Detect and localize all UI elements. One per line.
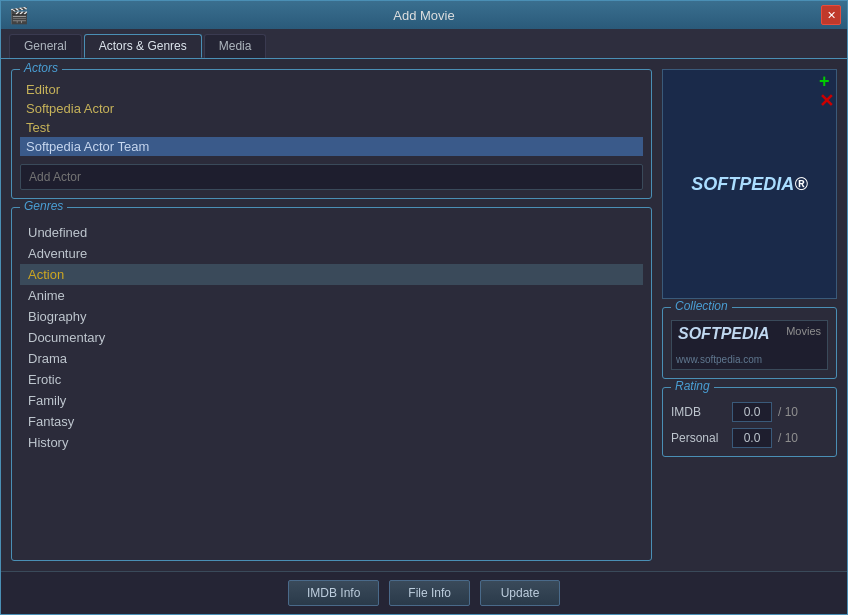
window-title: Add Movie — [393, 8, 454, 23]
actors-list: Editor Softpedia Actor Test Softpedia Ac… — [20, 80, 643, 156]
collection-name: SOFTPEDIA — [678, 325, 770, 342]
close-button[interactable]: ✕ — [821, 5, 841, 25]
actor-item[interactable]: Editor — [20, 80, 643, 99]
left-panel: Actors Editor Softpedia Actor Test Softp… — [11, 69, 652, 561]
personal-max: / 10 — [778, 431, 798, 445]
update-button[interactable]: Update — [480, 580, 560, 606]
tab-general[interactable]: General — [9, 34, 82, 58]
genre-item[interactable]: Family — [20, 390, 643, 411]
actors-section-label: Actors — [20, 61, 62, 75]
genres-scroll[interactable]: Undefined Adventure Action Anime Biograp… — [20, 222, 643, 552]
poster-buttons: + ✕ — [819, 72, 834, 110]
genre-item[interactable]: Biography — [20, 306, 643, 327]
app-icon: 🎬 — [9, 6, 29, 25]
add-poster-button[interactable]: + — [819, 72, 834, 90]
add-actor-input[interactable] — [20, 164, 643, 190]
content-area: Actors Editor Softpedia Actor Test Softp… — [1, 59, 847, 571]
imdb-max: / 10 — [778, 405, 798, 419]
genre-item[interactable]: Anime — [20, 285, 643, 306]
genre-item[interactable]: Drama — [20, 348, 643, 369]
collection-movies: Movies — [786, 325, 821, 337]
genre-item[interactable]: Erotic — [20, 369, 643, 390]
imdb-rating-row: IMDB / 10 — [671, 402, 828, 422]
genre-item[interactable]: Undefined — [20, 222, 643, 243]
genre-item-selected[interactable]: Action — [20, 264, 643, 285]
rating-section: Rating IMDB / 10 Personal / 10 — [662, 387, 837, 457]
imdb-label: IMDB — [671, 405, 726, 419]
collection-section-label: Collection — [671, 299, 732, 313]
title-bar: 🎬 Add Movie ✕ — [1, 1, 847, 29]
genres-list-container: Undefined Adventure Action Anime Biograp… — [20, 222, 643, 552]
right-panel: SOFTPEDIA® + ✕ Collection SOFTPEDIA Movi… — [662, 69, 837, 561]
actors-section: Actors Editor Softpedia Actor Test Softp… — [11, 69, 652, 199]
genre-item[interactable]: History — [20, 432, 643, 453]
personal-label: Personal — [671, 431, 726, 445]
tab-actors-genres[interactable]: Actors & Genres — [84, 34, 202, 58]
genres-section: Genres Undefined Adventure Action Anime … — [11, 207, 652, 561]
actor-item-selected[interactable]: Softpedia Actor Team — [20, 137, 643, 156]
genres-section-label: Genres — [20, 199, 67, 213]
actor-item[interactable]: Test — [20, 118, 643, 137]
poster-logo: SOFTPEDIA® — [691, 174, 807, 195]
delete-poster-button[interactable]: ✕ — [819, 92, 834, 110]
collection-display: SOFTPEDIA Movies www.softpedia.com — [671, 320, 828, 370]
rating-section-label: Rating — [671, 379, 714, 393]
genre-item[interactable]: Fantasy — [20, 411, 643, 432]
collection-content: SOFTPEDIA Movies www.softpedia.com — [671, 320, 828, 370]
actor-item[interactable]: Softpedia Actor — [20, 99, 643, 118]
personal-rating-input[interactable] — [732, 428, 772, 448]
collection-section: Collection SOFTPEDIA Movies www.softpedi… — [662, 307, 837, 379]
imdb-rating-input[interactable] — [732, 402, 772, 422]
tab-media[interactable]: Media — [204, 34, 267, 58]
file-info-button[interactable]: File Info — [389, 580, 470, 606]
poster-logo-text: SOFTPEDIA — [691, 174, 794, 194]
tabs-bar: General Actors & Genres Media — [1, 29, 847, 59]
collection-url: www.softpedia.com — [676, 354, 762, 365]
genre-item[interactable]: Adventure — [20, 243, 643, 264]
main-window: 🎬 Add Movie ✕ General Actors & Genres Me… — [0, 0, 848, 615]
genre-item[interactable]: Documentary — [20, 327, 643, 348]
bottom-bar: IMDB Info File Info Update — [1, 571, 847, 614]
personal-rating-row: Personal / 10 — [671, 428, 828, 448]
imdb-info-button[interactable]: IMDB Info — [288, 580, 379, 606]
poster-area: SOFTPEDIA® + ✕ — [662, 69, 837, 299]
